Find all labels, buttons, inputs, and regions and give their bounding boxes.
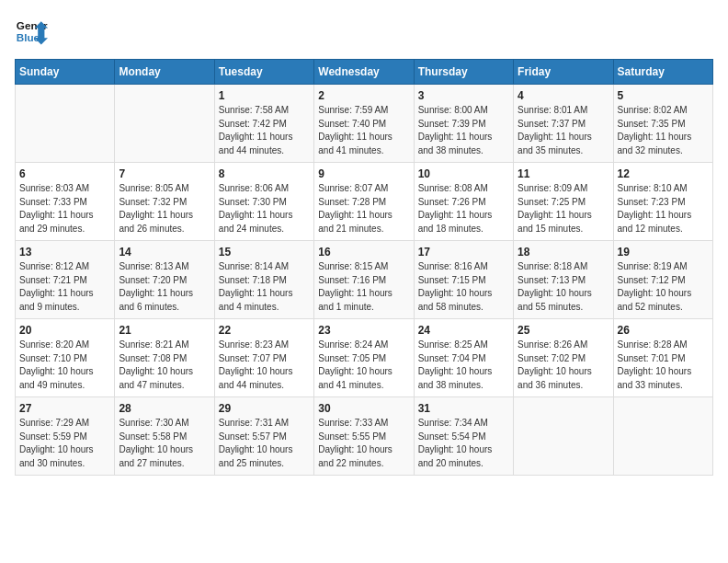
day-number: 19 [618,246,709,259]
day-info: Sunrise: 7:58 AM Sunset: 7:42 PM Dayligh… [219,104,310,157]
day-info: Sunrise: 8:24 AM Sunset: 7:05 PM Dayligh… [318,339,409,392]
calendar-cell: 16Sunrise: 8:15 AM Sunset: 7:16 PM Dayli… [314,241,414,319]
day-number: 9 [318,167,409,180]
day-number: 28 [119,402,210,415]
calendar-header-row: SundayMondayTuesdayWednesdayThursdayFrid… [16,60,713,85]
calendar-cell: 14Sunrise: 8:13 AM Sunset: 7:20 PM Dayli… [115,241,214,319]
day-info: Sunrise: 8:15 AM Sunset: 7:16 PM Dayligh… [318,260,409,314]
day-number: 21 [119,324,210,337]
day-number: 31 [418,402,509,415]
calendar-cell: 28Sunrise: 7:30 AM Sunset: 5:58 PM Dayli… [115,397,214,476]
calendar-cell: 7Sunrise: 8:05 AM Sunset: 7:32 PM Daylig… [115,163,214,241]
day-info: Sunrise: 8:00 AM Sunset: 7:39 PM Dayligh… [418,104,509,157]
day-info: Sunrise: 7:29 AM Sunset: 5:59 PM Dayligh… [19,417,110,470]
day-info: Sunrise: 8:01 AM Sunset: 7:37 PM Dayligh… [518,104,609,157]
calendar-table: SundayMondayTuesdayWednesdayThursdayFrid… [15,59,713,476]
day-info: Sunrise: 8:08 AM Sunset: 7:26 PM Dayligh… [418,182,509,236]
day-header-saturday: Saturday [613,60,712,85]
day-info: Sunrise: 8:25 AM Sunset: 7:04 PM Dayligh… [418,339,509,392]
calendar-cell [115,85,214,163]
calendar-cell: 26Sunrise: 8:28 AM Sunset: 7:01 PM Dayli… [613,319,712,397]
day-info: Sunrise: 8:14 AM Sunset: 7:18 PM Dayligh… [219,260,310,314]
calendar-cell: 18Sunrise: 8:18 AM Sunset: 7:13 PM Dayli… [514,241,613,319]
day-number: 24 [418,324,509,337]
day-info: Sunrise: 7:30 AM Sunset: 5:58 PM Dayligh… [119,417,210,470]
week-row-2: 6Sunrise: 8:03 AM Sunset: 7:33 PM Daylig… [16,163,713,241]
day-info: Sunrise: 7:34 AM Sunset: 5:54 PM Dayligh… [418,417,509,470]
calendar-body: 1Sunrise: 7:58 AM Sunset: 7:42 PM Daylig… [16,85,713,476]
day-number: 2 [318,89,409,102]
day-number: 29 [219,402,310,415]
calendar-cell: 25Sunrise: 8:26 AM Sunset: 7:02 PM Dayli… [514,319,613,397]
calendar-cell [514,397,613,476]
day-number: 11 [518,167,609,180]
calendar-cell: 31Sunrise: 7:34 AM Sunset: 5:54 PM Dayli… [414,397,513,476]
day-header-sunday: Sunday [16,60,115,85]
page-header: General Blue [15,15,713,48]
calendar-cell: 21Sunrise: 8:21 AM Sunset: 7:08 PM Dayli… [115,319,214,397]
day-number: 3 [418,89,509,102]
calendar-cell: 6Sunrise: 8:03 AM Sunset: 7:33 PM Daylig… [16,163,115,241]
day-number: 18 [518,246,609,259]
calendar-cell: 19Sunrise: 8:19 AM Sunset: 7:12 PM Dayli… [613,241,712,319]
day-info: Sunrise: 8:18 AM Sunset: 7:13 PM Dayligh… [518,260,609,314]
day-number: 27 [19,402,110,415]
day-number: 16 [318,246,409,259]
day-number: 5 [618,89,709,102]
day-info: Sunrise: 8:21 AM Sunset: 7:08 PM Dayligh… [119,339,210,392]
day-number: 22 [219,324,310,337]
calendar-cell: 15Sunrise: 8:14 AM Sunset: 7:18 PM Dayli… [214,241,313,319]
calendar-cell: 23Sunrise: 8:24 AM Sunset: 7:05 PM Dayli… [314,319,414,397]
calendar-cell: 22Sunrise: 8:23 AM Sunset: 7:07 PM Dayli… [214,319,313,397]
day-number: 13 [19,246,110,259]
calendar-cell: 2Sunrise: 7:59 AM Sunset: 7:40 PM Daylig… [314,85,414,163]
calendar-cell [613,397,712,476]
calendar-cell: 9Sunrise: 8:07 AM Sunset: 7:28 PM Daylig… [314,163,414,241]
day-info: Sunrise: 8:05 AM Sunset: 7:32 PM Dayligh… [119,182,210,236]
day-info: Sunrise: 8:12 AM Sunset: 7:21 PM Dayligh… [19,260,110,314]
logo: General Blue [15,15,48,48]
calendar-cell: 20Sunrise: 8:20 AM Sunset: 7:10 PM Dayli… [16,319,115,397]
day-info: Sunrise: 8:28 AM Sunset: 7:01 PM Dayligh… [618,339,709,392]
day-number: 6 [19,167,110,180]
day-info: Sunrise: 8:03 AM Sunset: 7:33 PM Dayligh… [19,182,110,236]
day-info: Sunrise: 8:19 AM Sunset: 7:12 PM Dayligh… [618,260,709,314]
logo-icon: General Blue [15,15,48,48]
day-number: 10 [418,167,509,180]
calendar-cell: 4Sunrise: 8:01 AM Sunset: 7:37 PM Daylig… [514,85,613,163]
calendar-cell: 12Sunrise: 8:10 AM Sunset: 7:23 PM Dayli… [613,163,712,241]
day-number: 17 [418,246,509,259]
calendar-cell: 29Sunrise: 7:31 AM Sunset: 5:57 PM Dayli… [214,397,313,476]
week-row-5: 27Sunrise: 7:29 AM Sunset: 5:59 PM Dayli… [16,397,713,476]
calendar-cell: 10Sunrise: 8:08 AM Sunset: 7:26 PM Dayli… [414,163,513,241]
calendar-cell: 8Sunrise: 8:06 AM Sunset: 7:30 PM Daylig… [214,163,313,241]
day-number: 15 [219,246,310,259]
day-info: Sunrise: 7:59 AM Sunset: 7:40 PM Dayligh… [318,104,409,157]
calendar-cell: 3Sunrise: 8:00 AM Sunset: 7:39 PM Daylig… [414,85,513,163]
day-info: Sunrise: 7:33 AM Sunset: 5:55 PM Dayligh… [318,417,409,470]
week-row-1: 1Sunrise: 7:58 AM Sunset: 7:42 PM Daylig… [16,85,713,163]
day-info: Sunrise: 8:06 AM Sunset: 7:30 PM Dayligh… [219,182,310,236]
day-info: Sunrise: 8:02 AM Sunset: 7:35 PM Dayligh… [618,104,709,157]
calendar-cell: 17Sunrise: 8:16 AM Sunset: 7:15 PM Dayli… [414,241,513,319]
calendar-cell [16,85,115,163]
day-info: Sunrise: 8:23 AM Sunset: 7:07 PM Dayligh… [219,339,310,392]
day-info: Sunrise: 7:31 AM Sunset: 5:57 PM Dayligh… [219,417,310,470]
calendar-cell: 27Sunrise: 7:29 AM Sunset: 5:59 PM Dayli… [16,397,115,476]
day-number: 20 [19,324,110,337]
day-info: Sunrise: 8:26 AM Sunset: 7:02 PM Dayligh… [518,339,609,392]
calendar-cell: 1Sunrise: 7:58 AM Sunset: 7:42 PM Daylig… [214,85,313,163]
day-number: 25 [518,324,609,337]
calendar-cell: 30Sunrise: 7:33 AM Sunset: 5:55 PM Dayli… [314,397,414,476]
day-number: 26 [618,324,709,337]
day-number: 8 [219,167,310,180]
day-info: Sunrise: 8:10 AM Sunset: 7:23 PM Dayligh… [618,182,709,236]
calendar-cell: 5Sunrise: 8:02 AM Sunset: 7:35 PM Daylig… [613,85,712,163]
day-number: 4 [518,89,609,102]
day-number: 12 [618,167,709,180]
day-info: Sunrise: 8:07 AM Sunset: 7:28 PM Dayligh… [318,182,409,236]
day-number: 14 [119,246,210,259]
day-header-tuesday: Tuesday [214,60,313,85]
day-info: Sunrise: 8:09 AM Sunset: 7:25 PM Dayligh… [518,182,609,236]
day-info: Sunrise: 8:13 AM Sunset: 7:20 PM Dayligh… [119,260,210,314]
